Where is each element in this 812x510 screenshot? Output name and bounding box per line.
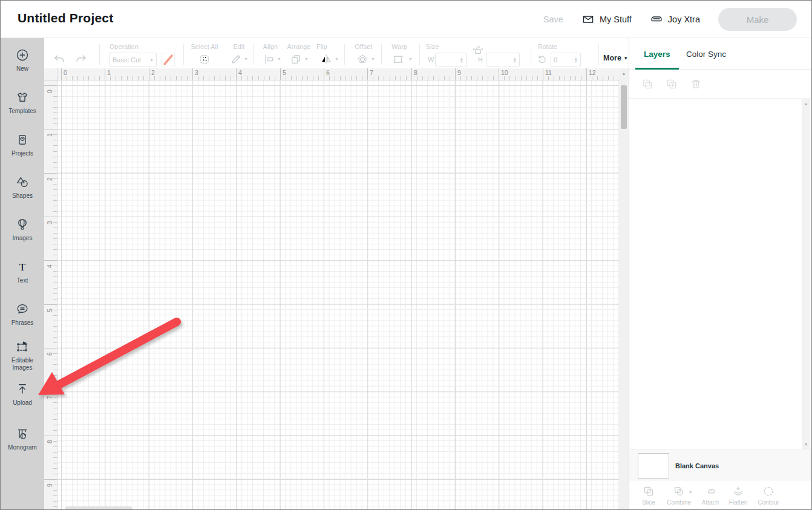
attach-paperclip-icon [704, 485, 716, 497]
ruler-number: 11 [545, 69, 552, 76]
scroll-down-icon[interactable]: ▼ [802, 442, 810, 446]
more-button[interactable]: More ▼ [603, 54, 628, 62]
toolbar-divider [253, 44, 254, 65]
machine-selector[interactable]: Joy Xtra [650, 13, 700, 26]
duplicate-layer-icon[interactable] [666, 78, 678, 90]
rotate-input[interactable]: 0 ▲▼ [551, 53, 581, 67]
scroll-up-icon[interactable]: ▲ [802, 102, 810, 106]
combine-button[interactable]: Combine ▼ [662, 485, 696, 506]
panel-scrollbar[interactable]: ▲ ▼ [802, 99, 810, 449]
blank-canvas-label: Blank Canvas [675, 462, 719, 469]
ruler-number: 0 [64, 69, 67, 76]
sidebar-item-phrases[interactable]: Phrases [1, 302, 44, 327]
flatten-button[interactable]: Flatten [721, 485, 755, 506]
sidebar-item-images[interactable]: Images [1, 217, 44, 242]
edit-toolbar: Operation Basic Cut ▼ Select All Edit ▼ … [44, 38, 629, 68]
height-input[interactable]: ▲▼ [486, 53, 520, 67]
my-stuff-button[interactable]: My Stuff [581, 13, 632, 26]
chevron-down-icon[interactable]: ▼ [277, 57, 281, 61]
offset-icon[interactable] [356, 53, 368, 65]
align-label: Align [258, 43, 283, 50]
project-card-icon [15, 132, 30, 147]
height-stepper[interactable]: ▲▼ [513, 57, 517, 64]
tab-layers[interactable]: Layers [644, 50, 670, 59]
tools-sidebar: New Templates Projects Shapes Images T T… [1, 38, 44, 510]
slice-button[interactable]: Slice [632, 485, 666, 506]
chevron-down-icon: ▼ [623, 56, 628, 61]
select-all-label: Select All [189, 43, 220, 50]
undo-icon[interactable] [53, 53, 66, 66]
offset-label: Offset [350, 43, 377, 50]
edit-pencil-icon[interactable] [230, 53, 242, 65]
chevron-down-icon[interactable]: ▼ [371, 57, 375, 61]
select-all-icon[interactable] [198, 53, 211, 65]
horizontal-ruler: 0 1 2 3 4 5 6 7 8 9 10 11 12 [57, 68, 619, 80]
blank-canvas-row[interactable]: Blank Canvas [629, 450, 812, 481]
chevron-down-icon[interactable]: ▼ [304, 57, 309, 61]
lock-open-icon[interactable] [472, 44, 484, 56]
my-stuff-label: My Stuff [600, 15, 632, 24]
warp-label: Warp [387, 43, 412, 50]
ruler-number: 7 [46, 394, 53, 401]
blank-canvas-thumbnail[interactable] [638, 453, 669, 479]
sidebar-item-shapes[interactable]: Shapes [1, 175, 44, 200]
svg-text:T: T [19, 261, 26, 273]
delete-layer-icon[interactable] [690, 78, 702, 90]
flip-icon[interactable] [320, 53, 332, 65]
canvas-horizontal-scrollbar[interactable] [65, 506, 133, 510]
sidebar-item-editable-images[interactable]: Editable Images [1, 339, 44, 371]
ruler-number: 8 [414, 69, 417, 76]
chevron-down-icon[interactable]: ▼ [335, 57, 339, 61]
save-button[interactable]: Save [543, 15, 563, 24]
align-icon[interactable] [263, 53, 275, 65]
editable-frame-icon [15, 339, 30, 354]
sidebar-item-projects[interactable]: Projects [1, 132, 44, 157]
canvas-grid[interactable] [57, 80, 619, 510]
ruler-number: 10 [501, 69, 508, 76]
rotate-stepper[interactable]: ▲▼ [574, 57, 578, 64]
width-stepper[interactable]: ▲▼ [460, 57, 463, 64]
slice-icon [643, 485, 655, 497]
ruler-corner [44, 68, 57, 80]
sidebar-item-monogram[interactable]: Monogram [1, 427, 44, 451]
scroll-up-icon[interactable]: ▲ [619, 71, 629, 76]
chevron-down-icon[interactable]: ▼ [244, 57, 248, 61]
chevron-down-icon[interactable]: ▼ [408, 57, 413, 61]
redo-icon[interactable] [74, 53, 88, 66]
sidebar-item-upload[interactable]: Upload [1, 382, 44, 407]
toolbar-divider [344, 44, 345, 65]
rotate-icon[interactable] [537, 54, 548, 65]
canvas-vertical-scrollbar[interactable]: ▲ [619, 68, 629, 510]
toolbar-divider [598, 44, 599, 65]
sidebar-item-new[interactable]: New [1, 48, 44, 73]
tab-color-sync[interactable]: Color Sync [686, 50, 726, 59]
ruler-number: 3 [195, 69, 198, 76]
balloon-icon [15, 217, 30, 232]
flip-label: Flip [311, 43, 333, 50]
operation-dropdown[interactable]: Basic Cut ▼ [110, 53, 157, 67]
vertical-ruler: 0 1 2 3 4 5 6 7 8 9 [44, 80, 57, 510]
chevron-down-icon: ▼ [149, 58, 154, 62]
scrollbar-thumb[interactable] [621, 85, 627, 129]
width-input[interactable]: ▲▼ [435, 53, 467, 67]
contour-button[interactable]: Contour [751, 485, 785, 506]
make-button[interactable]: Make [718, 8, 797, 31]
layers-panel: Layers Color Sync ▲ ▼ Blank Canvas Slice… [629, 38, 812, 510]
warp-icon[interactable] [391, 53, 405, 65]
cricut-design-space-window: Untitled Project Save My Stuff Joy Xtra … [0, 0, 812, 510]
sidebar-item-text[interactable]: T Text [1, 260, 44, 284]
rotate-label: Rotate [538, 43, 557, 50]
select-layers-icon[interactable] [641, 78, 653, 90]
ruler-number: 4 [46, 263, 53, 270]
toolbar-divider [419, 44, 420, 65]
operation-label: Operation [110, 43, 139, 50]
cutting-machine-icon [650, 13, 663, 26]
sidebar-item-templates[interactable]: Templates [1, 90, 44, 115]
ruler-number: 12 [589, 69, 596, 76]
operation-color-swatch[interactable] [162, 53, 175, 67]
chevron-down-icon[interactable]: ▼ [689, 490, 693, 494]
plus-circle-icon [15, 48, 30, 62]
arrange-icon[interactable] [290, 53, 302, 65]
upload-arrow-icon [15, 382, 30, 396]
contour-icon [762, 485, 774, 497]
